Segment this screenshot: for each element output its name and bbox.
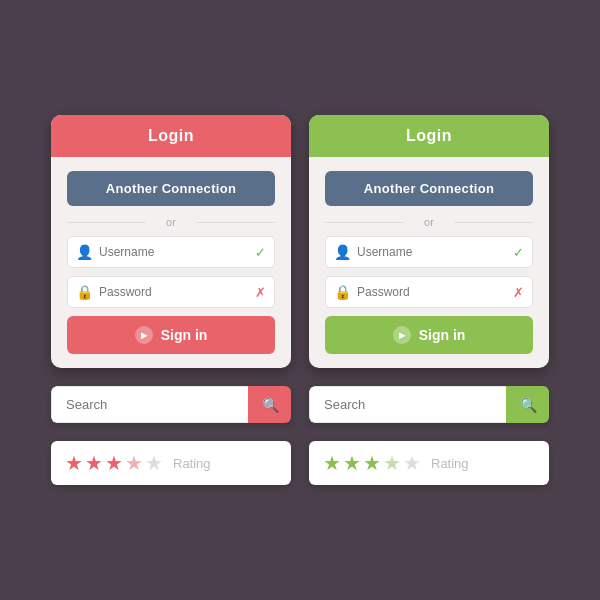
stars-left: ★ ★ ★ ★ ★ xyxy=(65,451,163,475)
star-4-left[interactable]: ★ xyxy=(125,451,143,475)
login-title-right: Login xyxy=(406,127,452,144)
username-valid-left: ✓ xyxy=(255,245,266,260)
user-icon-right: 👤 xyxy=(334,244,350,260)
login-body-right: Another Connection or 👤 ✓ 🔒 ✗ ▶ Sign in xyxy=(309,157,549,368)
rating-label-left: Rating xyxy=(173,456,211,471)
search-input-left[interactable] xyxy=(51,386,248,423)
search-icon-left: 🔍 xyxy=(262,397,279,413)
username-input-right[interactable] xyxy=(357,245,513,259)
search-input-right[interactable] xyxy=(309,386,506,423)
or-divider-right: or xyxy=(325,216,533,228)
password-input-left[interactable] xyxy=(99,285,255,299)
password-input-right[interactable] xyxy=(357,285,513,299)
password-row-right: 🔒 ✗ xyxy=(325,276,533,308)
rating-bar-right: ★ ★ ★ ★ ★ Rating xyxy=(309,441,549,485)
rating-bar-left: ★ ★ ★ ★ ★ Rating xyxy=(51,441,291,485)
star-5-left[interactable]: ★ xyxy=(145,451,163,475)
or-text-right: or xyxy=(424,216,434,228)
password-row-left: 🔒 ✗ xyxy=(67,276,275,308)
lock-icon-right: 🔒 xyxy=(334,284,350,300)
another-connection-button-right[interactable]: Another Connection xyxy=(325,171,533,206)
password-invalid-right: ✗ xyxy=(513,285,524,300)
play-icon-right: ▶ xyxy=(393,326,411,344)
search-bar-left: 🔍 xyxy=(51,386,291,423)
signin-label-right: Sign in xyxy=(419,327,466,343)
login-body-left: Another Connection or 👤 ✓ 🔒 ✗ ▶ Sign in xyxy=(51,157,291,368)
username-row-right: 👤 ✓ xyxy=(325,236,533,268)
or-divider-left: or xyxy=(67,216,275,228)
signin-label-left: Sign in xyxy=(161,327,208,343)
login-card-left: Login Another Connection or 👤 ✓ 🔒 ✗ ▶ Si… xyxy=(51,115,291,368)
star-2-right[interactable]: ★ xyxy=(343,451,361,475)
star-3-left[interactable]: ★ xyxy=(105,451,123,475)
star-1-left[interactable]: ★ xyxy=(65,451,83,475)
password-invalid-left: ✗ xyxy=(255,285,266,300)
signin-button-right[interactable]: ▶ Sign in xyxy=(325,316,533,354)
login-card-right: Login Another Connection or 👤 ✓ 🔒 ✗ ▶ Si… xyxy=(309,115,549,368)
search-icon-right: 🔍 xyxy=(520,397,537,413)
search-button-left[interactable]: 🔍 xyxy=(248,386,291,423)
login-title-left: Login xyxy=(148,127,194,144)
user-icon-left: 👤 xyxy=(76,244,92,260)
username-input-left[interactable] xyxy=(99,245,255,259)
login-header-left: Login xyxy=(51,115,291,157)
star-2-left[interactable]: ★ xyxy=(85,451,103,475)
or-text-left: or xyxy=(166,216,176,228)
star-1-right[interactable]: ★ xyxy=(323,451,341,475)
main-layout: Login Another Connection or 👤 ✓ 🔒 ✗ ▶ Si… xyxy=(21,85,579,515)
stars-right: ★ ★ ★ ★ ★ xyxy=(323,451,421,475)
play-icon-left: ▶ xyxy=(135,326,153,344)
signin-button-left[interactable]: ▶ Sign in xyxy=(67,316,275,354)
search-bar-right: 🔍 xyxy=(309,386,549,423)
star-4-right[interactable]: ★ xyxy=(383,451,401,475)
rating-label-right: Rating xyxy=(431,456,469,471)
login-header-right: Login xyxy=(309,115,549,157)
another-connection-button-left[interactable]: Another Connection xyxy=(67,171,275,206)
search-button-right[interactable]: 🔍 xyxy=(506,386,549,423)
star-3-right[interactable]: ★ xyxy=(363,451,381,475)
username-valid-right: ✓ xyxy=(513,245,524,260)
username-row-left: 👤 ✓ xyxy=(67,236,275,268)
star-5-right[interactable]: ★ xyxy=(403,451,421,475)
lock-icon-left: 🔒 xyxy=(76,284,92,300)
